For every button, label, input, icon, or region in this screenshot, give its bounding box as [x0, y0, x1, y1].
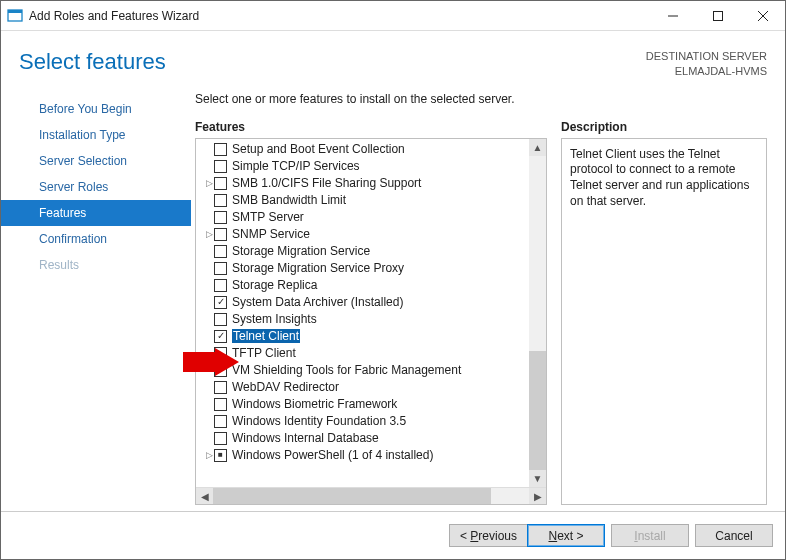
- feature-checkbox[interactable]: [214, 194, 227, 207]
- minimize-button[interactable]: [650, 1, 695, 31]
- feature-label: SMTP Server: [232, 210, 304, 224]
- feature-checkbox[interactable]: [214, 347, 227, 360]
- svg-rect-1: [8, 10, 22, 13]
- feature-label: SMB 1.0/CIFS File Sharing Support: [232, 176, 421, 190]
- scroll-down-icon[interactable]: ▼: [529, 470, 546, 487]
- step-installation-type[interactable]: Installation Type: [1, 122, 191, 148]
- feature-checkbox[interactable]: [214, 279, 227, 292]
- window-title: Add Roles and Features Wizard: [29, 9, 650, 23]
- step-server-roles[interactable]: Server Roles: [1, 174, 191, 200]
- header: Select features DESTINATION SERVER ELMAJ…: [1, 31, 785, 92]
- description-text: Telnet Client uses the Telnet protocol t…: [561, 138, 767, 505]
- feature-item[interactable]: ▷Windows PowerShell (1 of 4 installed): [196, 447, 546, 464]
- install-button: Install: [611, 524, 689, 547]
- features-header: Features: [195, 120, 547, 134]
- feature-item[interactable]: SMB Bandwidth Limit: [196, 192, 546, 209]
- feature-label: VM Shielding Tools for Fabric Management: [232, 363, 461, 377]
- scroll-left-icon[interactable]: ◀: [196, 488, 213, 505]
- feature-label: Windows Biometric Framework: [232, 397, 397, 411]
- feature-item[interactable]: Storage Migration Service Proxy: [196, 260, 546, 277]
- feature-checkbox[interactable]: [214, 245, 227, 258]
- description-header: Description: [561, 120, 767, 134]
- expand-icon[interactable]: ▷: [204, 178, 214, 188]
- feature-checkbox[interactable]: [214, 177, 227, 190]
- feature-checkbox[interactable]: [214, 415, 227, 428]
- feature-label: SNMP Service: [232, 227, 310, 241]
- feature-checkbox[interactable]: [214, 364, 227, 377]
- feature-checkbox[interactable]: [214, 262, 227, 275]
- feature-checkbox[interactable]: [214, 211, 227, 224]
- feature-label: Simple TCP/IP Services: [232, 159, 360, 173]
- scroll-up-icon[interactable]: ▲: [529, 139, 546, 156]
- feature-checkbox[interactable]: [214, 330, 227, 343]
- destination-server-value: ELMAJDAL-HVMS: [646, 64, 767, 79]
- feature-checkbox[interactable]: [214, 296, 227, 309]
- feature-item[interactable]: ▷SNMP Service: [196, 226, 546, 243]
- scroll-thumb-vertical[interactable]: [529, 351, 546, 470]
- destination-server-label: DESTINATION SERVER: [646, 49, 767, 64]
- step-confirmation[interactable]: Confirmation: [1, 226, 191, 252]
- feature-item[interactable]: SMTP Server: [196, 209, 546, 226]
- scroll-right-icon[interactable]: ▶: [529, 488, 546, 505]
- feature-checkbox[interactable]: [214, 160, 227, 173]
- feature-label: Windows Internal Database: [232, 431, 379, 445]
- step-before-you-begin[interactable]: Before You Begin: [1, 96, 191, 122]
- feature-label: Telnet Client: [232, 329, 300, 343]
- feature-item[interactable]: Setup and Boot Event Collection: [196, 141, 546, 158]
- feature-item[interactable]: TFTP Client: [196, 345, 546, 362]
- feature-item[interactable]: Storage Migration Service: [196, 243, 546, 260]
- page-title: Select features: [19, 49, 646, 75]
- instruction-text: Select one or more features to install o…: [195, 92, 767, 106]
- expand-icon[interactable]: ▷: [204, 229, 214, 239]
- maximize-button[interactable]: [695, 1, 740, 31]
- feature-label: WebDAV Redirector: [232, 380, 339, 394]
- feature-label: Windows Identity Foundation 3.5: [232, 414, 406, 428]
- feature-checkbox[interactable]: [214, 228, 227, 241]
- wizard-window: Add Roles and Features Wizard Select fea…: [0, 0, 786, 560]
- feature-checkbox[interactable]: [214, 381, 227, 394]
- feature-label: System Insights: [232, 312, 317, 326]
- features-horizontal-scrollbar[interactable]: ◀ ▶: [196, 487, 546, 504]
- previous-button[interactable]: < Previous: [449, 524, 527, 547]
- step-results: Results: [1, 252, 191, 278]
- feature-item[interactable]: Storage Replica: [196, 277, 546, 294]
- features-listbox[interactable]: Setup and Boot Event CollectionSimple TC…: [195, 138, 547, 505]
- wizard-steps: Before You Begin Installation Type Serve…: [1, 92, 191, 511]
- feature-item[interactable]: Windows Identity Foundation 3.5: [196, 413, 546, 430]
- feature-checkbox[interactable]: [214, 398, 227, 411]
- body: Before You Begin Installation Type Serve…: [1, 92, 785, 511]
- content-area: Select one or more features to install o…: [191, 92, 785, 511]
- feature-item[interactable]: System Insights: [196, 311, 546, 328]
- step-server-selection[interactable]: Server Selection: [1, 148, 191, 174]
- feature-item[interactable]: Windows Internal Database: [196, 430, 546, 447]
- feature-checkbox[interactable]: [214, 432, 227, 445]
- svg-rect-3: [713, 11, 722, 20]
- feature-item[interactable]: System Data Archiver (Installed): [196, 294, 546, 311]
- close-button[interactable]: [740, 1, 785, 31]
- feature-label: Storage Replica: [232, 278, 317, 292]
- feature-checkbox[interactable]: [214, 143, 227, 156]
- feature-label: System Data Archiver (Installed): [232, 295, 403, 309]
- titlebar: Add Roles and Features Wizard: [1, 1, 785, 31]
- feature-label: Windows PowerShell (1 of 4 installed): [232, 448, 433, 462]
- app-icon: [7, 8, 23, 24]
- feature-checkbox[interactable]: [214, 313, 227, 326]
- feature-item[interactable]: Windows Biometric Framework: [196, 396, 546, 413]
- expand-icon[interactable]: ▷: [204, 450, 214, 460]
- step-features[interactable]: Features: [1, 200, 191, 226]
- feature-label: TFTP Client: [232, 346, 296, 360]
- feature-item[interactable]: WebDAV Redirector: [196, 379, 546, 396]
- features-vertical-scrollbar[interactable]: ▲ ▼: [529, 139, 546, 487]
- next-button[interactable]: Next >: [527, 524, 605, 547]
- feature-checkbox[interactable]: [214, 449, 227, 462]
- feature-item[interactable]: Simple TCP/IP Services: [196, 158, 546, 175]
- feature-label: Storage Migration Service Proxy: [232, 261, 404, 275]
- cancel-button[interactable]: Cancel: [695, 524, 773, 547]
- feature-item[interactable]: ▷SMB 1.0/CIFS File Sharing Support: [196, 175, 546, 192]
- button-bar: < Previous Next > Install Cancel: [1, 511, 785, 559]
- feature-label: Storage Migration Service: [232, 244, 370, 258]
- feature-item[interactable]: VM Shielding Tools for Fabric Management: [196, 362, 546, 379]
- feature-item[interactable]: Telnet Client: [196, 328, 546, 345]
- feature-label: SMB Bandwidth Limit: [232, 193, 346, 207]
- scroll-thumb-horizontal[interactable]: [213, 488, 491, 505]
